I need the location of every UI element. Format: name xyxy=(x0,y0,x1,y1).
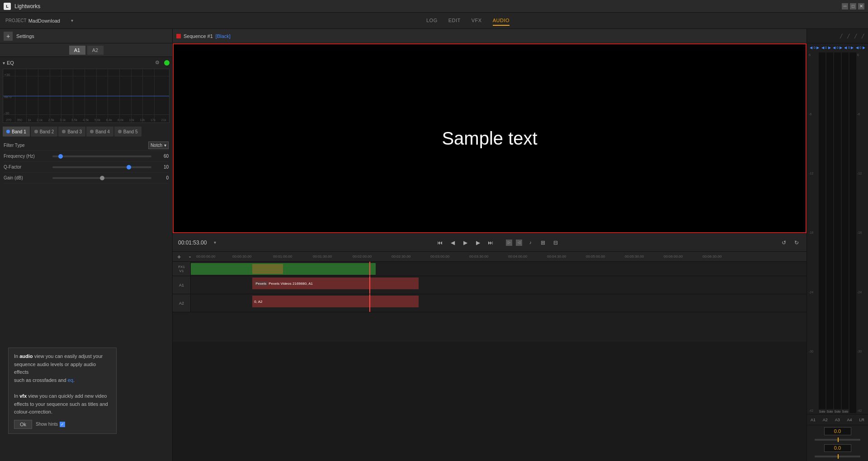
ab-tabs: A1 A2 xyxy=(0,43,172,57)
band-5-tab[interactable]: Band 5 xyxy=(114,127,142,136)
scale-n24: -24 xyxy=(809,291,818,294)
minimize-button[interactable]: ─ xyxy=(842,3,848,9)
freq-21k2: 21k xyxy=(161,118,166,122)
nav-tab-log[interactable]: LOG xyxy=(426,16,438,26)
track-content-a2: 0, A2 xyxy=(191,294,807,312)
meter-ind-2: ◀ 0 ▶ xyxy=(821,46,831,50)
meter-scale-left: 6 -6 -12 -18 -24 -30 -42 xyxy=(809,52,818,413)
eq-collapse-arrow[interactable]: ▾ xyxy=(3,61,5,66)
settings-playback-button[interactable]: ↻ xyxy=(792,238,801,247)
freq-35k: 3.5k xyxy=(71,118,77,122)
meter-bar-a2 xyxy=(826,52,833,409)
band-1-tab[interactable]: Band 1 xyxy=(3,127,30,136)
hint-ok-button[interactable]: Ok xyxy=(14,420,32,429)
meter-ind-4: ◀ 0 ▶ xyxy=(844,46,854,50)
clip-v1-green[interactable] xyxy=(191,263,376,275)
zoom-in-button[interactable]: + xyxy=(175,252,184,261)
show-hints-checkbox[interactable]: ✓ xyxy=(60,422,65,427)
go-to-end-button[interactable]: ⏭ xyxy=(486,238,495,247)
ruler-time-90: 00:01:30.00 xyxy=(313,254,332,259)
close-button[interactable]: ✕ xyxy=(858,3,864,9)
nav-tab-audio[interactable]: AUDIO xyxy=(493,16,509,26)
lr-labels: A1 A2 A3 A4 LR xyxy=(807,414,868,425)
scale-n6: -6 xyxy=(809,113,818,116)
ruler-time-60: 00:01:00.00 xyxy=(273,254,292,259)
band-4-tab[interactable]: Band 4 xyxy=(86,127,113,136)
ruler-time-390: 00:06:30.00 xyxy=(703,254,722,259)
band-2-tab[interactable]: Band 2 xyxy=(31,127,58,136)
qfactor-value: 10 xyxy=(155,165,169,169)
reset-button[interactable]: ↺ xyxy=(779,238,788,247)
meter-col-lr xyxy=(849,52,856,413)
nav-tabs: LOG EDIT VFX AUDIO xyxy=(426,16,509,26)
band-2-label: Band 2 xyxy=(40,129,54,134)
eq-gear-icon[interactable]: ⚙ xyxy=(155,60,161,66)
track-label-v1: FX1V1 xyxy=(173,262,191,276)
filter-type-dropdown[interactable]: Notch ▾ xyxy=(148,141,169,149)
volume-display-2: 0.0 xyxy=(824,444,851,452)
grid2-button[interactable]: ⊟ xyxy=(551,238,560,247)
frequency-slider[interactable] xyxy=(52,155,151,157)
ch-label-a3: A3 xyxy=(835,418,840,422)
project-dropdown-arrow[interactable]: ▾ xyxy=(71,18,73,23)
hint-footer: Ok Show hints ✓ xyxy=(14,420,111,429)
clip-v1-yellow[interactable] xyxy=(252,264,283,274)
add-button[interactable]: + xyxy=(4,32,13,41)
next-frame-button[interactable]: ▶ xyxy=(473,238,482,247)
qfactor-slider[interactable] xyxy=(52,166,151,168)
maximize-button[interactable]: □ xyxy=(850,3,856,9)
grid-button[interactable]: ⊞ xyxy=(538,238,547,247)
zoom-out-button[interactable]: - xyxy=(185,252,194,261)
mark-out-button[interactable]: ◁ xyxy=(516,240,522,246)
meter-col-a2: Solo xyxy=(826,52,833,413)
db-label-30: +30 xyxy=(4,73,10,77)
clip-a2-pexels[interactable]: 0, A2 xyxy=(252,296,419,307)
ch-label-lr: LR xyxy=(859,418,865,422)
freq-10k: 10k xyxy=(129,118,134,122)
settings-label: Settings xyxy=(16,33,34,39)
timeline-header-row: + - 00:00:00.00 00:00:30.00 00:01:00.00 … xyxy=(173,252,807,262)
track-row-a1: A1 Pexels Pexels Videos 2169880, A1 xyxy=(173,276,807,294)
audio-button[interactable]: ♪ xyxy=(526,238,535,247)
play-button[interactable]: ▶ xyxy=(461,238,470,247)
qfactor-row: Q-Factor 10 xyxy=(4,162,169,173)
sequence-color: [Black] xyxy=(216,33,231,39)
meter-btn2[interactable]: ╱ xyxy=(844,33,852,40)
filter-type-dropdown-container: Notch ▾ xyxy=(49,141,169,149)
meter-btn1[interactable]: ╱ xyxy=(837,33,844,40)
band-3-tab[interactable]: Band 3 xyxy=(58,127,85,136)
mark-in-button[interactable]: ▷ xyxy=(506,240,512,246)
show-hints-toggle[interactable]: Show hints ✓ xyxy=(36,421,65,428)
band-3-label: Band 3 xyxy=(67,129,82,134)
nav-tab-vfx[interactable]: VFX xyxy=(472,16,482,26)
gain-slider[interactable] xyxy=(52,177,151,179)
prev-frame-button[interactable]: ◀ xyxy=(448,238,457,247)
frequency-row: Frequency (Hz) 60 xyxy=(4,151,169,162)
freq-12k: 12k xyxy=(140,118,145,122)
go-to-start-button[interactable]: ⏮ xyxy=(435,238,444,247)
volume-slider-1[interactable] xyxy=(815,439,861,441)
meter-btn3[interactable]: ╱ xyxy=(852,33,859,40)
volume-slider-2[interactable] xyxy=(815,456,861,457)
tab-a2[interactable]: A2 xyxy=(87,46,104,55)
meter-bar-lr xyxy=(849,52,856,413)
rscale-n18: -18 xyxy=(857,231,866,234)
hint-line3: such as crossfades and eq. xyxy=(14,376,111,385)
app-icon: L xyxy=(4,3,11,10)
clip-a1-pexels[interactable]: Pexels Pexels Videos 2169880, A1 xyxy=(252,278,419,289)
hint-line1: In audio view you can easily adjust your xyxy=(14,353,111,361)
meter-btn4[interactable]: ╱ xyxy=(859,33,866,40)
ruler-time-300: 00:05:00.00 xyxy=(586,254,605,259)
tab-a1[interactable]: A1 xyxy=(69,46,85,55)
ruler-time-360: 00:06:00.00 xyxy=(664,254,683,259)
ch-label-a4: A4 xyxy=(847,418,852,422)
timecode: 00:01:53.00 xyxy=(178,240,207,246)
volume-display-1: 0.0 xyxy=(824,427,851,435)
freq-17k: 17k xyxy=(151,118,156,122)
app-title: Lightworks xyxy=(14,3,40,9)
hint-link-eq[interactable]: eq xyxy=(68,377,73,383)
band-5-dot xyxy=(118,130,122,133)
nav-tab-edit[interactable]: EDIT xyxy=(448,16,461,26)
playhead-v1 xyxy=(369,262,370,276)
timecode-dropdown[interactable]: ▾ xyxy=(214,240,216,245)
